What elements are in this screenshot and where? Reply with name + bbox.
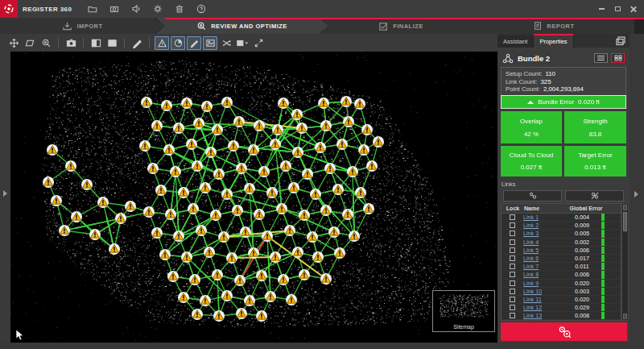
lock-checkbox[interactable] [510, 239, 515, 245]
show-spheres-tool[interactable] [171, 36, 185, 50]
split-view-tool[interactable] [89, 36, 103, 50]
setup-marker[interactable] [161, 100, 172, 111]
cloud-to-cloud-tile[interactable]: Cloud To Cloud 0.027 ft [501, 146, 562, 177]
grid-view-icon[interactable] [611, 53, 625, 63]
overlap-tile[interactable]: Overlap 42 % [501, 111, 562, 143]
setup-marker[interactable] [256, 310, 267, 322]
setup-marker[interactable] [373, 136, 384, 147]
setup-marker[interactable] [265, 291, 276, 302]
setup-marker[interactable] [178, 292, 189, 303]
setup-marker[interactable] [205, 147, 217, 158]
setup-marker[interactable] [280, 160, 291, 172]
setup-marker[interactable] [234, 275, 246, 286]
setup-marker[interactable] [181, 98, 192, 109]
column-global-error[interactable]: Global Error [563, 206, 609, 211]
setup-marker[interactable] [47, 144, 58, 156]
setup-marker[interactable] [155, 185, 167, 196]
setup-marker[interactable] [296, 123, 308, 134]
camera-tool[interactable] [64, 36, 78, 50]
link-name-cell[interactable]: Link 13 [523, 312, 562, 319]
setup-marker[interactable] [81, 179, 93, 190]
setup-marker[interactable] [361, 124, 373, 135]
setup-marker[interactable] [342, 209, 353, 220]
setup-marker[interactable] [201, 101, 213, 112]
setup-marker[interactable] [151, 120, 163, 131]
link-name-cell[interactable]: Link 5 [523, 247, 562, 254]
strength-tile[interactable]: Strength 83.8 [564, 111, 626, 143]
setup-marker[interactable] [244, 183, 255, 194]
scrollbar-thumb[interactable] [623, 212, 627, 231]
tab-report[interactable]: REPORT [473, 18, 634, 34]
setup-marker[interactable] [213, 168, 225, 180]
setup-marker[interactable] [210, 210, 221, 221]
setup-marker[interactable] [200, 182, 211, 193]
setup-marker[interactable] [59, 225, 70, 236]
table-row[interactable]: Link 30.005 [502, 230, 621, 238]
setup-marker[interactable] [302, 168, 313, 180]
lock-checkbox[interactable] [510, 280, 515, 286]
setup-marker[interactable] [366, 160, 378, 172]
setup-marker[interactable] [188, 203, 199, 214]
tab-properties[interactable]: Properties [534, 34, 573, 48]
setup-marker[interactable] [213, 310, 225, 322]
setup-marker[interactable] [324, 163, 336, 174]
annotate-tool[interactable] [187, 36, 201, 50]
link-name-cell[interactable]: Link 7 [523, 263, 562, 270]
setup-marker[interactable] [248, 247, 259, 259]
setup-marker[interactable] [186, 139, 197, 150]
duplicate-panel-icon[interactable] [615, 35, 626, 49]
setup-marker[interactable] [320, 120, 332, 131]
setup-marker[interactable] [89, 229, 101, 240]
table-row[interactable]: Link 40.002 [502, 239, 621, 247]
zoom-tool[interactable] [39, 36, 53, 50]
bundle-error-button[interactable]: Bundle Error 0.020 ft [501, 95, 626, 109]
show-targets-tool[interactable] [155, 36, 169, 50]
setup-marker[interactable] [189, 274, 200, 285]
lock-checkbox[interactable] [510, 231, 515, 236]
setup-marker[interactable] [226, 252, 237, 264]
setup-marker[interactable] [196, 225, 207, 236]
setup-marker[interactable] [65, 160, 76, 172]
setup-marker[interactable] [244, 295, 255, 306]
setup-marker[interactable] [221, 189, 233, 200]
setup-marker[interactable] [254, 209, 265, 220]
setup-marker[interactable] [320, 205, 332, 216]
link-name-cell[interactable]: Link 3 [523, 230, 562, 237]
lock-checkbox[interactable] [510, 222, 515, 228]
setup-marker[interactable] [278, 274, 289, 285]
table-row[interactable]: Link 90.020 [502, 280, 621, 288]
setup-marker[interactable] [320, 273, 332, 285]
setup-marker[interactable] [159, 249, 171, 260]
setup-marker[interactable] [254, 120, 265, 131]
setup-marker[interactable] [307, 231, 318, 243]
link-name-cell[interactable]: Link 6 [523, 255, 562, 262]
setup-marker[interactable] [212, 269, 223, 280]
setup-marker[interactable] [328, 226, 340, 238]
setup-marker[interactable] [332, 184, 344, 195]
auto-cloud-tool[interactable] [219, 36, 233, 50]
link-name-cell[interactable]: Link 11 [523, 296, 562, 303]
table-row[interactable]: Link 70.011 [502, 263, 621, 271]
link-name-cell[interactable]: Link 12 [523, 304, 562, 311]
setup-marker[interactable] [343, 116, 354, 127]
fit-view-tool[interactable] [23, 36, 37, 50]
setup-marker[interactable] [284, 225, 295, 236]
setup-marker[interactable] [173, 231, 184, 242]
unlink-tool-button[interactable] [565, 190, 624, 202]
lock-checkbox[interactable] [510, 264, 515, 269]
link-line[interactable] [217, 275, 219, 316]
setup-marker[interactable] [109, 243, 120, 255]
setup-marker[interactable] [141, 97, 152, 108]
setup-marker[interactable] [97, 197, 109, 208]
setup-marker[interactable] [240, 226, 251, 238]
setup-marker[interactable] [167, 271, 179, 282]
setup-marker[interactable] [336, 139, 348, 150]
tab-review-and-optimize[interactable]: REVIEW AND OPTIMIZE [155, 18, 328, 34]
maximize-button[interactable] [613, 6, 621, 13]
setup-marker[interactable] [163, 144, 175, 156]
setup-marker[interactable] [218, 231, 229, 243]
lock-checkbox[interactable] [510, 214, 515, 220]
column-name[interactable]: Name [524, 206, 563, 211]
link-name-cell[interactable]: Link 4 [523, 239, 562, 246]
setup-marker[interactable] [256, 270, 267, 281]
